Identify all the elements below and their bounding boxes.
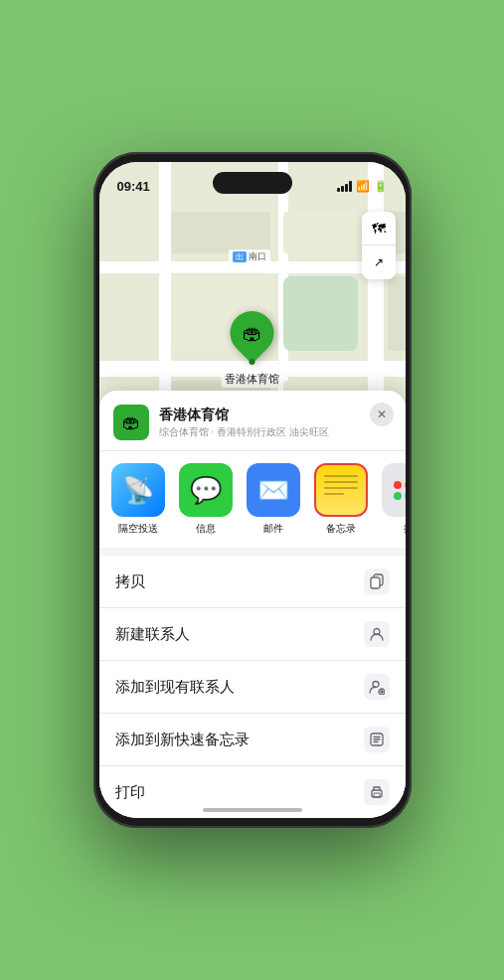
home-indicator	[203, 808, 302, 812]
new-contact-icon	[364, 621, 390, 647]
wifi-icon: 📶	[356, 180, 370, 193]
status-icons: 📶 🔋	[337, 180, 388, 193]
location-button[interactable]: ↗	[362, 245, 396, 279]
venue-info: 香港体育馆 综合体育馆 · 香港特别行政区 油尖旺区	[159, 407, 392, 439]
bottom-sheet: 🏟 香港体育馆 综合体育馆 · 香港特别行政区 油尖旺区 ✕ 📡 隔空投送	[99, 391, 406, 818]
action-new-contact-label: 新建联系人	[115, 625, 190, 644]
action-print-label: 打印	[115, 783, 145, 802]
map-type-button[interactable]: 🗺	[362, 212, 396, 245]
notes-icon	[314, 463, 368, 517]
phone-screen: 09:41 📶 🔋	[99, 162, 406, 818]
share-row: 📡 隔空投送 💬 信息 ✉️ 邮件	[99, 451, 406, 548]
add-existing-contact-icon	[364, 674, 390, 700]
action-list: 拷贝 新建联系人	[99, 556, 406, 818]
action-copy-label: 拷贝	[115, 572, 145, 591]
action-copy[interactable]: 拷贝	[99, 556, 406, 608]
share-mail[interactable]: ✉️ 邮件	[245, 463, 302, 536]
venue-marker: 🏟 香港体育馆	[221, 311, 283, 388]
airdrop-icon: 📡	[111, 463, 165, 517]
signal-bars-icon	[337, 181, 352, 192]
messages-icon: 💬	[179, 463, 233, 517]
venue-marker-label: 香港体育馆	[221, 371, 283, 388]
battery-icon: 🔋	[374, 180, 388, 193]
action-add-existing-label: 添加到现有联系人	[115, 678, 235, 697]
venue-name: 香港体育馆	[159, 407, 392, 424]
share-more[interactable]: 提	[380, 463, 406, 536]
map-controls: 🗺 ↗	[362, 212, 396, 279]
action-quick-note[interactable]: 添加到新快速备忘录	[99, 714, 406, 766]
venue-header: 🏟 香港体育馆 综合体育馆 · 香港特别行政区 油尖旺区 ✕	[99, 391, 406, 451]
action-new-contact[interactable]: 新建联系人	[99, 608, 406, 661]
venue-header-icon: 🏟	[113, 405, 149, 440]
action-add-existing-contact[interactable]: 添加到现有联系人	[99, 661, 406, 714]
print-icon	[364, 779, 390, 805]
map-entrance-label: 出 南口	[229, 249, 271, 264]
venue-marker-icon: 🏟	[243, 322, 262, 345]
mail-icon: ✉️	[247, 463, 300, 517]
phone-frame: 09:41 📶 🔋	[93, 152, 412, 828]
share-messages[interactable]: 💬 信息	[177, 463, 235, 536]
share-airdrop[interactable]: 📡 隔空投送	[109, 463, 167, 536]
close-button[interactable]: ✕	[370, 403, 394, 426]
copy-icon	[364, 569, 390, 594]
venue-description: 综合体育馆 · 香港特别行政区 油尖旺区	[159, 425, 392, 439]
mail-label: 邮件	[263, 522, 283, 536]
notes-label: 备忘录	[326, 522, 356, 536]
svg-rect-1	[371, 577, 380, 588]
dynamic-island	[213, 172, 292, 194]
action-quick-note-label: 添加到新快速备忘录	[115, 731, 250, 749]
status-time: 09:41	[117, 179, 150, 194]
more-label: 提	[404, 522, 406, 536]
messages-label: 信息	[196, 522, 216, 536]
airdrop-label: 隔空投送	[118, 522, 158, 536]
share-notes[interactable]: 备忘录	[312, 463, 370, 536]
quick-note-icon	[364, 727, 390, 752]
more-icon	[382, 463, 406, 517]
